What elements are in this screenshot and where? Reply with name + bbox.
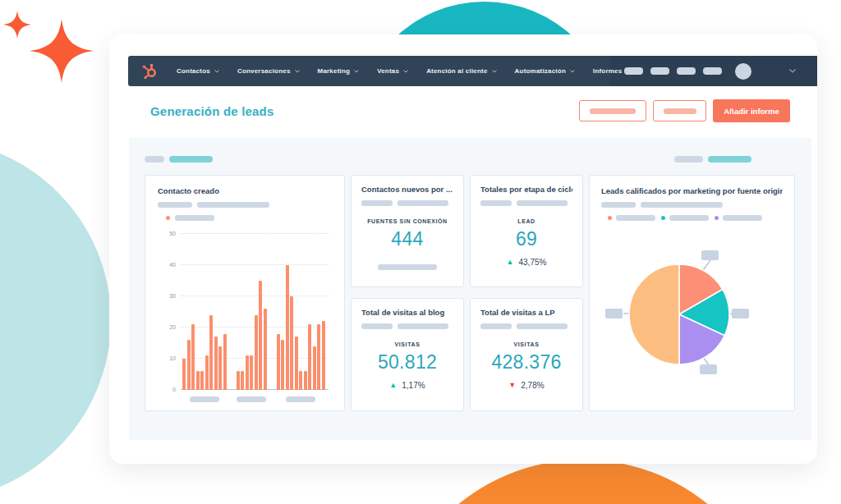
- bar: [196, 371, 200, 390]
- redacted-legend-label: [616, 215, 655, 221]
- app-window: Contactos Conversaciones Marketing Venta…: [109, 34, 817, 464]
- bar-chart: 50403020100: [181, 234, 329, 390]
- kpi-body: VISITAS 428.376 ▼ 2,78%: [480, 341, 572, 390]
- redacted-bar: [480, 200, 512, 206]
- kpi-body: VISITAS 50.812 ▲ 1,17%: [361, 341, 453, 390]
- redacted-bar: [517, 200, 568, 206]
- nav-tool-placeholder-button[interactable]: [703, 67, 722, 75]
- hubspot-sprocket-logo-icon[interactable]: [141, 63, 158, 80]
- chevron-down-icon: [295, 70, 300, 73]
- nav-item-label: Contactos: [177, 67, 210, 75]
- metric-value: 428.376: [480, 351, 572, 373]
- nav-item-automatizacion[interactable]: Automatización: [506, 56, 584, 86]
- bar: [259, 281, 262, 390]
- tab-placeholder-active[interactable]: [708, 156, 751, 163]
- tabs-left-group: [145, 156, 213, 163]
- nav-tool-placeholder-button[interactable]: [677, 67, 696, 75]
- metric-value: 69: [480, 228, 572, 250]
- y-axis-tick-label: 10: [159, 355, 176, 361]
- redacted-label-bar: [590, 108, 636, 114]
- metric-label: VISITAS: [480, 341, 572, 347]
- bar-chart-groups: [182, 234, 325, 402]
- redacted-subtitle-bars: [480, 323, 572, 329]
- metric-value: 50.812: [361, 351, 453, 373]
- redacted-subtitle-bars: [158, 202, 332, 208]
- bar: [223, 334, 227, 390]
- delta-up-icon: ▲: [389, 382, 397, 389]
- teal-circle-decoration: [0, 140, 111, 501]
- card-title: Contacto creado: [158, 186, 332, 195]
- legend-dot-icon: [608, 216, 612, 220]
- card-blog-visits: Total de visitas al blog VISITAS 50.812 …: [351, 298, 464, 411]
- bar: [237, 371, 240, 390]
- redacted-x-axis-label: [286, 396, 315, 402]
- avatar[interactable]: [735, 63, 751, 80]
- metric-value: 444: [361, 228, 453, 250]
- card-mql-by-source: Leads calificados por marketing por fuen…: [589, 175, 795, 411]
- add-report-button[interactable]: Añadir informe: [713, 99, 790, 122]
- delta-indicator: ▲ 1,17%: [361, 381, 453, 390]
- bar: [290, 296, 293, 390]
- bar: [277, 334, 280, 390]
- redacted-pie-label: [701, 250, 719, 260]
- top-navbar: Contactos Conversaciones Marketing Venta…: [128, 56, 817, 86]
- redacted-subtitle-bars: [601, 202, 783, 208]
- metric-label: FUENTES SIN CONEXIÓN: [361, 218, 453, 224]
- redacted-bar: [517, 323, 568, 329]
- nav-item-atencion-al-cliente[interactable]: Atención al cliente: [417, 56, 505, 86]
- card-title: Total de visitas al blog: [361, 308, 453, 317]
- bar: [264, 309, 267, 390]
- bar: [187, 340, 191, 390]
- bar: [200, 371, 204, 390]
- nav-item-label: Ventas: [377, 67, 399, 75]
- card-title: Totales por etapa de ciclo...: [480, 185, 572, 194]
- redacted-bar: [361, 200, 393, 206]
- nav-menu: Contactos Conversaciones Marketing Venta…: [168, 56, 640, 86]
- pie-chart: [596, 230, 769, 394]
- pie-chart-legend: [608, 215, 783, 221]
- header-actions: Añadir informe: [579, 99, 790, 122]
- nav-item-ventas[interactable]: Ventas: [368, 56, 417, 86]
- tab-placeholder-active[interactable]: [169, 156, 213, 163]
- redacted-bar: [480, 323, 512, 329]
- card-lp-visits: Total de visitas a LP VISITAS 428.376 ▼ …: [470, 298, 583, 411]
- nav-tool-placeholder-button[interactable]: [650, 67, 669, 75]
- sparkle-icon: [3, 10, 31, 39]
- pie-slices: [629, 264, 729, 364]
- nav-item-label: Marketing: [318, 67, 351, 75]
- nav-tool-placeholder-button[interactable]: [624, 67, 643, 75]
- y-axis-tick-label: 20: [159, 324, 176, 330]
- nav-item-contactos[interactable]: Contactos: [168, 56, 228, 86]
- account-chevron-down-icon[interactable]: [789, 69, 796, 73]
- redacted-legend-label: [175, 215, 214, 221]
- legend-dot-icon: [661, 216, 665, 220]
- redacted-bar: [398, 200, 448, 206]
- kpi-column-2: Totales por etapa de ciclo... LEAD 69 ▲ …: [470, 175, 583, 411]
- delta-value: 43,75%: [519, 258, 547, 267]
- nav-item-conversaciones[interactable]: Conversaciones: [228, 56, 309, 86]
- report-cards-row: Contacto creado 50403020100: [145, 175, 796, 411]
- bar-group: [237, 234, 267, 402]
- page-title: Generación de leads: [150, 104, 274, 118]
- nav-item-marketing[interactable]: Marketing: [309, 56, 369, 86]
- tab-placeholder[interactable]: [145, 156, 164, 163]
- y-axis-tick-label: 30: [159, 293, 176, 299]
- redacted-pie-label: [700, 364, 717, 374]
- delta-down-icon: ▼: [508, 382, 516, 389]
- bar: [250, 355, 253, 390]
- y-axis-tick-label: 40: [159, 262, 176, 268]
- delta-indicator: ▼ 2,78%: [480, 381, 572, 390]
- kpi-body: FUENTES SIN CONEXIÓN 444: [361, 218, 453, 270]
- bar: [218, 346, 222, 390]
- metric-label: VISITAS: [361, 341, 453, 347]
- redacted-pie-label: [605, 309, 623, 318]
- card-lifecycle-totals: Totales por etapa de ciclo... LEAD 69 ▲ …: [470, 175, 583, 287]
- redacted-legend-label: [669, 215, 709, 221]
- bar: [241, 371, 244, 390]
- bar: [317, 324, 320, 390]
- tab-placeholder[interactable]: [674, 156, 703, 163]
- redacted-bar: [641, 202, 723, 208]
- secondary-action-button[interactable]: [579, 100, 646, 121]
- delta-indicator: ▲ 43,75%: [480, 258, 572, 267]
- secondary-action-button[interactable]: [653, 100, 706, 121]
